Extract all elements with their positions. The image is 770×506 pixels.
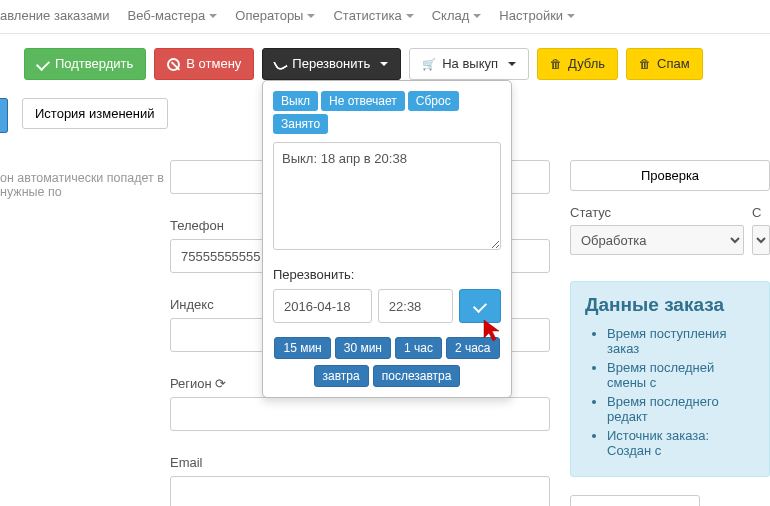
recall-note[interactable] bbox=[273, 142, 501, 250]
check-icon bbox=[473, 299, 487, 313]
chevron-down-icon bbox=[307, 14, 315, 18]
tag-busy[interactable]: Занято bbox=[273, 114, 328, 134]
chevron-down-icon bbox=[508, 62, 516, 66]
panel-title: Данные заказа bbox=[585, 294, 755, 316]
panel-item: Время поступления заказ bbox=[607, 326, 755, 356]
trash-icon bbox=[639, 55, 651, 73]
quick-2h[interactable]: 2 часа bbox=[446, 337, 500, 359]
panel-item: Время последней смены с bbox=[607, 360, 755, 390]
chevron-down-icon bbox=[406, 14, 414, 18]
recall-popover: Выкл Не отвечает Сброс Занято Перезвонит… bbox=[262, 80, 512, 398]
helper-text: он автоматически попадет в нужные по bbox=[0, 171, 170, 199]
quick-30min[interactable]: 30 мин bbox=[335, 337, 391, 359]
nav-item-stats[interactable]: Статистика bbox=[333, 8, 413, 23]
region-input[interactable] bbox=[170, 397, 550, 431]
panel-item: Источник заказа: Создан с bbox=[607, 428, 755, 458]
quick-1h[interactable]: 1 час bbox=[395, 337, 442, 359]
check-icon bbox=[36, 57, 50, 71]
duplicate-button[interactable]: Дубль bbox=[537, 48, 618, 80]
check-button[interactable]: Проверка bbox=[570, 160, 770, 191]
nav-item-operators[interactable]: Операторы bbox=[235, 8, 315, 23]
cancel-icon bbox=[167, 58, 180, 71]
cancel-button[interactable]: В отмену bbox=[154, 48, 254, 80]
recall-date-input[interactable] bbox=[273, 289, 372, 323]
active-tab-stub[interactable] bbox=[0, 98, 8, 133]
recall-confirm-button[interactable] bbox=[459, 289, 501, 323]
nav-item-settings[interactable]: Настройки bbox=[499, 8, 575, 23]
nav-item-orders[interactable]: авление заказами bbox=[0, 8, 110, 23]
nav-divider bbox=[0, 33, 770, 34]
buyout-dropdown-button[interactable]: На выкуп bbox=[409, 48, 529, 80]
email-input[interactable] bbox=[170, 476, 550, 506]
quick-dayafter[interactable]: послезавтра bbox=[373, 365, 461, 387]
recall-time-input[interactable] bbox=[378, 289, 453, 323]
nav-item-webmasters[interactable]: Веб-мастера bbox=[128, 8, 218, 23]
spam-button[interactable]: Спам bbox=[626, 48, 703, 80]
status-select[interactable]: Обработка bbox=[570, 225, 744, 255]
tag-off[interactable]: Выкл bbox=[273, 91, 318, 111]
chevron-down-icon bbox=[380, 62, 388, 66]
extra-select[interactable] bbox=[752, 225, 770, 255]
panel-item: Время последнего редакт bbox=[607, 394, 755, 424]
phone-icon bbox=[273, 57, 288, 72]
send-sms-button[interactable]: Отправить SMS bbox=[570, 495, 700, 506]
quick-15min[interactable]: 15 мин bbox=[274, 337, 330, 359]
chevron-down-icon bbox=[473, 14, 481, 18]
cart-icon bbox=[422, 55, 436, 73]
recall-dropdown-button[interactable]: Перезвонить bbox=[262, 48, 401, 80]
history-button[interactable]: История изменений bbox=[22, 98, 168, 129]
right-column: Проверка Статус Обработка С Данные заказ… bbox=[570, 98, 770, 506]
recall-label: Перезвонить: bbox=[273, 267, 501, 282]
left-column: История изменений он автоматически попад… bbox=[0, 98, 170, 506]
trash-icon bbox=[550, 55, 562, 73]
status-label: Статус bbox=[570, 205, 744, 220]
tag-noanswer[interactable]: Не отвечает bbox=[321, 91, 405, 111]
refresh-icon[interactable] bbox=[215, 376, 226, 391]
order-info-panel: Данные заказа Время поступления заказ Вр… bbox=[570, 281, 770, 477]
confirm-button[interactable]: Подтвердить bbox=[24, 48, 146, 80]
nav-item-stock[interactable]: Склад bbox=[432, 8, 482, 23]
chevron-down-icon bbox=[209, 14, 217, 18]
top-nav: авление заказами Веб-мастера Операторы С… bbox=[0, 0, 770, 33]
email-label: Email bbox=[170, 455, 304, 470]
chevron-down-icon bbox=[567, 14, 575, 18]
quick-tomorrow[interactable]: завтра bbox=[314, 365, 369, 387]
tag-drop[interactable]: Сброс bbox=[408, 91, 459, 111]
extra-label: С bbox=[752, 205, 770, 220]
